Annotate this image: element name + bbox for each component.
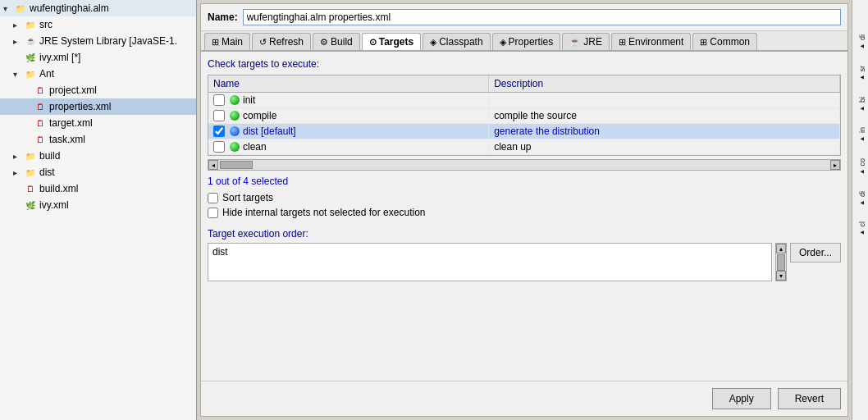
tree-label: ivy.xml [*] (39, 52, 80, 63)
tab-main[interactable]: ⊞ Main (204, 33, 250, 50)
scroll-down-arrow[interactable]: ▾ (776, 271, 786, 281)
table-row-selected: dist [default] generate the distribution (208, 124, 840, 139)
tab-targets[interactable]: ⊙ Targets (362, 33, 421, 52)
xml-icon: 🗒 (34, 84, 47, 97)
tree-label: ivy.xml (39, 199, 69, 211)
tree-arrow: ▸ (13, 21, 21, 30)
tree-item-dist[interactable]: ▸ 📁 dist (0, 164, 196, 180)
target-checkbox-compile[interactable] (213, 110, 225, 121)
target-checkbox-dist[interactable] (213, 126, 225, 137)
tree-arrow (23, 103, 31, 112)
ivy-icon: 🌿 (24, 51, 37, 64)
target-checkbox-clean[interactable] (213, 141, 225, 153)
tree-item-wufengtinghai[interactable]: ▾ 📁 wufengtinghai.alm (0, 0, 196, 16)
target-checkbox-init[interactable] (213, 94, 225, 106)
tree-item-project-xml[interactable]: 🗒 project.xml (0, 82, 196, 98)
scroll-up-arrow[interactable]: ▴ (776, 244, 786, 253)
tab-targets-label: Targets (379, 36, 413, 48)
tab-main-label: Main (222, 36, 243, 48)
tree-item-build[interactable]: ▸ 📁 build (0, 148, 196, 164)
target-status-icon (230, 95, 240, 105)
content-area: Check targets to execute: Name Descripti… (201, 52, 847, 381)
targets-table: Name Description init (208, 75, 840, 155)
col-header-description: Description (489, 75, 840, 93)
target-name-label: init (243, 94, 255, 106)
classpath-tab-icon: ◈ (430, 37, 436, 48)
sort-targets-checkbox[interactable] (208, 193, 218, 203)
targets-section-title: Check targets to execute: (208, 58, 841, 70)
tree-arrow: ▾ (13, 70, 21, 79)
target-name-label: compile (243, 110, 276, 121)
horizontal-scrollbar[interactable]: ◂ ▸ (208, 159, 841, 171)
tabs-row: ⊞ Main ↺ Refresh ⚙ Build ⊙ Targets ◈ Cla… (201, 31, 847, 52)
execution-row: dist ▴ ▾ Order... (208, 243, 841, 281)
tab-jre[interactable]: ☕ JRE (562, 33, 610, 50)
tab-common[interactable]: ⊞ Common (692, 33, 757, 50)
folder-icon: 📁 (24, 149, 37, 162)
order-button[interactable]: Order... (790, 243, 841, 262)
tree-arrow: ▸ (13, 152, 21, 161)
properties-tab-icon: ◈ (500, 37, 506, 48)
tree-item-src[interactable]: ▸ 📁 src (0, 16, 196, 33)
execution-label: Target execution order: (208, 228, 841, 240)
tree-arrow: ▸ (13, 168, 21, 177)
xml-icon: 🗒 (34, 133, 47, 146)
tab-classpath[interactable]: ◈ Classpath (423, 33, 490, 50)
target-name-cell: init (208, 93, 489, 108)
tree-item-ivy-star[interactable]: 🌿 ivy.xml [*] (0, 49, 196, 66)
hide-internal-checkbox[interactable] (208, 208, 218, 218)
tab-properties-label: Properties (509, 36, 554, 48)
tab-properties[interactable]: ◈ Properties (492, 33, 561, 50)
tree-item-target-xml[interactable]: 🗒 target.xml (0, 115, 196, 131)
tab-build[interactable]: ⚙ Build (313, 33, 360, 50)
scroll-vthumb[interactable] (777, 254, 785, 271)
edge-text-4: ▸ in (852, 126, 868, 145)
tab-common-label: Common (710, 36, 750, 48)
name-row: Name: (201, 4, 847, 31)
apply-button[interactable]: Apply (712, 388, 771, 409)
scroll-thumb[interactable] (220, 161, 253, 169)
tree-item-properties-xml[interactable]: 🗒 properties.xml (0, 98, 196, 115)
vertical-scrollbar[interactable]: ▴ ▾ (775, 243, 787, 281)
edge-text-5: ▸ co (852, 157, 868, 178)
tree-item-ivy-xml[interactable]: 🌿 ivy.xml (0, 197, 196, 213)
hide-internal-label: Hide internal targets not selected for e… (222, 207, 425, 218)
tree-label: project.xml (49, 84, 97, 96)
tree-item-task-xml[interactable]: 🗒 task.xml (0, 131, 196, 148)
scroll-right-arrow[interactable]: ▸ (830, 160, 840, 170)
name-input[interactable] (243, 9, 841, 25)
edge-text-3: ▸ bi (852, 95, 868, 115)
selection-status: 1 out of 4 selected (208, 176, 841, 187)
edge-text-6: ▸ di (852, 189, 868, 209)
targets-tab-icon: ⊙ (369, 37, 377, 48)
tab-refresh[interactable]: ↺ Refresh (252, 33, 311, 50)
jar-icon: ☕ (24, 34, 37, 48)
refresh-tab-icon: ↺ (259, 37, 267, 48)
tree-arrow (13, 53, 21, 62)
target-name-cell: compile (208, 108, 489, 124)
xml-icon: 🗒 (24, 182, 37, 195)
folder-icon: 📁 (14, 2, 27, 15)
tree-label: dist (39, 167, 55, 178)
tree-label: wufengtinghai.alm (30, 2, 109, 14)
tree-arrow (13, 185, 21, 194)
bottom-bar: Apply Revert (201, 381, 847, 416)
environment-tab-icon: ⊞ (619, 37, 626, 48)
table-row: init (208, 93, 840, 108)
common-tab-icon: ⊞ (700, 37, 707, 48)
xml-icon: 🗒 (34, 116, 47, 130)
tree-item-jre[interactable]: ▸ ☕ JRE System Library [JavaSE-1. (0, 33, 196, 49)
tree-label: Ant (39, 68, 54, 80)
revert-button[interactable]: Revert (778, 388, 841, 409)
scroll-left-arrow[interactable]: ◂ (208, 160, 218, 170)
target-name-cell: dist [default] (208, 124, 489, 139)
main-tab-icon: ⊞ (212, 37, 219, 48)
tab-environment[interactable]: ⊞ Environment (611, 33, 691, 50)
folder-icon: 📁 (24, 67, 37, 80)
target-description-cell (489, 93, 840, 108)
tree-item-build-xml[interactable]: 🗒 build.xml (0, 180, 196, 197)
tree-label: build (39, 150, 60, 162)
build-tab-icon: ⚙ (320, 37, 328, 48)
execution-input[interactable]: dist (208, 244, 771, 281)
tree-item-ant[interactable]: ▾ 📁 Ant (0, 66, 196, 82)
